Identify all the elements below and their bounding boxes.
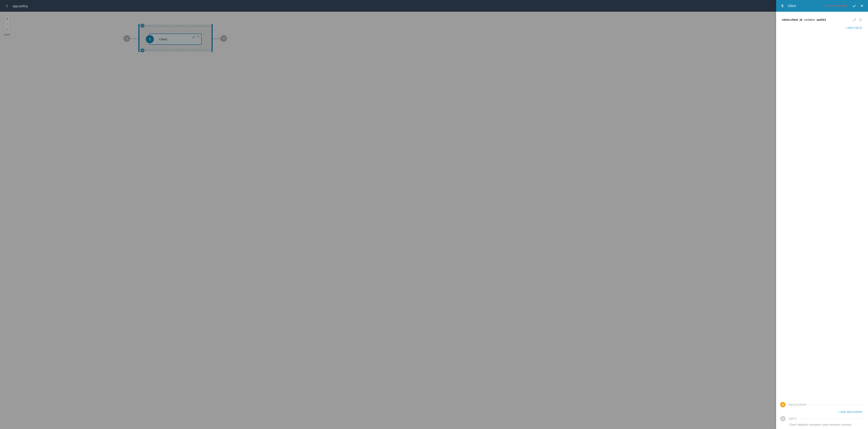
zoom-out-button[interactable]: − <box>4 22 10 27</box>
side-panel: Client client.client_id contains auth21 … <box>776 0 868 429</box>
overlay-dim <box>0 12 868 429</box>
swap-icon <box>780 4 785 8</box>
panel-title: Client <box>788 4 796 8</box>
flow-end-node[interactable] <box>220 35 227 42</box>
recovery-section: RECOVERY <box>776 401 868 409</box>
stage-bottom-line <box>141 50 211 50</box>
node-actions <box>192 35 200 38</box>
info-section: INFO Client Validator compares value bet… <box>776 415 868 428</box>
flow-start-node[interactable] <box>123 35 130 42</box>
arrow-right-icon <box>125 37 128 40</box>
add-above-button[interactable]: + <box>141 24 145 28</box>
panel-body: client.client_id contains auth21 + ADD F… <box>776 12 868 401</box>
info-label: INFO <box>789 417 797 421</box>
recovery-icon <box>780 402 785 407</box>
annotation-arrow <box>825 6 846 6</box>
client-node-icon <box>146 35 154 43</box>
add-recovery-button[interactable]: + ADD RECOVERY <box>776 409 868 415</box>
panel-icon <box>779 3 785 9</box>
info-icon <box>780 416 785 421</box>
app-header: app-policy <box>0 0 868 12</box>
arrow-left-icon <box>5 4 9 8</box>
stage-top-line <box>141 26 211 26</box>
connector-line <box>130 38 138 39</box>
add-below-button[interactable]: + <box>141 48 145 53</box>
client-node-label: Client: <box>159 38 167 41</box>
canvas[interactable]: + − 1:1 100% + + Client: <box>0 12 868 429</box>
trash-icon[interactable] <box>859 18 862 22</box>
zoom-toolbar: + − 1:1 100% <box>4 16 10 37</box>
condition-value: auth21 <box>817 18 826 22</box>
condition-text: client.client_id contains auth21 <box>782 18 826 22</box>
plus-square-icon <box>781 403 784 406</box>
page-title: app-policy <box>12 4 28 8</box>
trash-icon[interactable] <box>197 35 200 38</box>
close-icon <box>860 4 864 8</box>
client-node[interactable]: Client: <box>149 34 202 45</box>
panel-header: Client <box>776 0 868 12</box>
pencil-icon[interactable] <box>192 35 195 38</box>
question-icon <box>781 417 784 420</box>
zoom-in-button[interactable]: + <box>4 16 10 22</box>
connector-line <box>212 38 220 39</box>
back-button[interactable] <box>4 3 10 9</box>
flow-diagram: + + Client: <box>123 19 229 46</box>
swap-icon <box>148 37 152 41</box>
pencil-icon[interactable] <box>853 18 857 22</box>
zoom-percent: 100% <box>4 32 10 37</box>
condition-op: contains <box>803 18 816 22</box>
panel-footer: RECOVERY + ADD RECOVERY INFO Client Vali… <box>776 401 868 429</box>
flow-stage: + + Client: <box>138 24 213 52</box>
info-text: Client Validator compares value between … <box>780 421 864 426</box>
condition-field: client.client_id <box>782 18 802 22</box>
condition-actions <box>853 18 862 22</box>
add-field-button[interactable]: + ADD FIELD <box>782 26 862 30</box>
recovery-label: RECOVERY <box>789 403 807 406</box>
divider <box>800 419 864 419</box>
zoom-fit-button[interactable]: 1:1 <box>4 27 10 32</box>
close-button[interactable] <box>859 3 865 9</box>
arrow-right-icon <box>222 37 225 40</box>
confirm-button[interactable] <box>851 3 857 9</box>
check-icon <box>852 4 856 8</box>
condition-row: client.client_id contains auth21 <box>782 18 862 22</box>
